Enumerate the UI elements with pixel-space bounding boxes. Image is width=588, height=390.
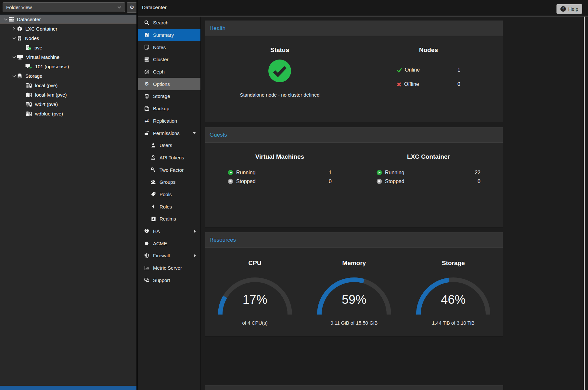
health-panel-header: Health xyxy=(205,20,503,36)
health-panel: Health Status Standalone node - no clust… xyxy=(205,20,503,122)
memory-percent: 59% xyxy=(313,293,396,307)
menu-item-label: Storage xyxy=(153,93,170,99)
menu-item-api-tokens[interactable]: API Tokens xyxy=(138,152,200,164)
vertical-scrollbar[interactable] xyxy=(584,17,585,390)
tree-item-vm-101[interactable]: 101 (opnsense) xyxy=(0,62,136,71)
chevron-down-icon[interactable] xyxy=(3,18,8,21)
tree-item-label: local-lvm (pve) xyxy=(35,92,67,98)
menu-item-label: Cluster xyxy=(153,57,169,62)
menu-item-permissions[interactable]: Permissions xyxy=(138,127,200,139)
top-bar: Folder View ⚙ Datacenter ? Help xyxy=(0,0,588,15)
online-label: Online xyxy=(405,67,420,73)
menu-item-options[interactable]: ⚙ Options xyxy=(138,78,200,90)
menu-item-cluster[interactable]: Cluster xyxy=(138,53,200,66)
view-mode-select[interactable]: Folder View xyxy=(3,2,125,12)
vm-running-value: 1 xyxy=(329,170,332,176)
menu-item-notes[interactable]: Notes xyxy=(138,41,200,53)
menu-item-realms[interactable]: Realms xyxy=(138,213,200,225)
tree-item-datacenter[interactable]: Datacenter xyxy=(0,15,136,24)
user-outline-icon xyxy=(150,155,156,160)
chevron-down-icon[interactable] xyxy=(11,75,17,77)
menu-item-pools[interactable]: Pools xyxy=(138,188,200,201)
tree-item-label: wdblue (pve) xyxy=(35,111,63,116)
cube-icon xyxy=(17,26,22,32)
menu-item-firewall[interactable]: Firewall xyxy=(138,249,200,262)
tree-item-lxc-container[interactable]: LXC Container xyxy=(0,24,136,34)
chevron-down-icon xyxy=(193,132,196,134)
offline-label: Offline xyxy=(404,81,419,87)
chevron-right-icon[interactable] xyxy=(11,27,17,31)
note-icon xyxy=(144,45,149,50)
menu-item-label: API Tokens xyxy=(160,155,184,160)
comments-icon xyxy=(144,277,149,283)
menu-item-two-factor[interactable]: Two Factor xyxy=(138,164,200,176)
menu-item-search[interactable]: Search xyxy=(138,17,200,29)
tree-item-storage[interactable]: Storage xyxy=(0,71,136,81)
menu-item-storage[interactable]: Storage xyxy=(138,90,200,102)
tree-item-storage-local[interactable]: local (pve) xyxy=(0,81,136,90)
x-icon xyxy=(397,82,402,87)
play-circle-icon xyxy=(377,170,382,175)
menu-item-label: Users xyxy=(160,142,172,148)
online-value: 1 xyxy=(457,67,460,73)
lxc-stopped-row: Stopped 0 xyxy=(377,177,480,186)
play-circle-icon xyxy=(228,170,233,175)
resources-title: Resources xyxy=(210,237,236,243)
resources-panel: Resources CPU 17% of 4 CPU(s) Memory xyxy=(205,232,503,337)
menu-item-label: HA xyxy=(153,228,160,234)
guests-panel: Guests Virtual Machines Running 1 xyxy=(205,127,503,228)
certificate-seal-icon xyxy=(144,241,149,246)
bottom-panel-splitter[interactable] xyxy=(0,386,136,390)
menu-item-ha[interactable]: HA xyxy=(138,225,200,237)
help-button[interactable]: ? Help xyxy=(556,4,582,14)
lxc-heading: LXC Container xyxy=(354,153,503,160)
sync-arrows-icon: ⇄ xyxy=(144,118,149,123)
menu-item-support[interactable]: Support xyxy=(138,274,200,286)
storage-volume-icon xyxy=(25,111,32,116)
tree-item-label: pve xyxy=(34,45,42,50)
stop-circle-icon xyxy=(228,179,233,184)
menu-item-metric-server[interactable]: Metric Server xyxy=(138,262,200,274)
server-stack-icon xyxy=(144,57,149,62)
lxc-stopped-value: 0 xyxy=(478,179,480,184)
menu-item-label: Roles xyxy=(160,204,172,209)
resources-panel-header: Resources xyxy=(205,232,503,248)
storage-label: Storage xyxy=(442,260,465,267)
menu-item-users[interactable]: Users xyxy=(138,139,200,152)
menu-item-label: Firewall xyxy=(153,253,170,258)
menu-item-acme[interactable]: ACME xyxy=(138,237,200,249)
storage-volume-icon xyxy=(25,83,32,88)
chevron-down-icon[interactable] xyxy=(11,37,17,40)
tree-item-storage-local-lvm[interactable]: local-lvm (pve) xyxy=(0,90,136,100)
menu-item-label: Options xyxy=(153,81,170,87)
help-label: Help xyxy=(568,6,578,12)
datacenter-menu: Search Summary Notes Cluster Ceph xyxy=(138,17,200,390)
database-icon xyxy=(144,94,149,99)
tree-item-pve[interactable]: pve xyxy=(0,43,136,52)
tree-item-storage-wd2t[interactable]: wd2t (pve) xyxy=(0,100,136,109)
menu-item-label: Permissions xyxy=(153,130,180,136)
memory-detail: 9.11 GiB of 15.50 GiB xyxy=(331,320,378,326)
offline-value: 0 xyxy=(457,81,460,87)
address-book-icon xyxy=(150,216,156,222)
menu-item-replication[interactable]: ⇄ Replication xyxy=(138,115,200,127)
menu-item-roles[interactable]: Roles xyxy=(138,200,200,213)
nodes-offline-row: Offline 0 xyxy=(397,80,460,89)
summary-content: Health Status Standalone node - no clust… xyxy=(200,17,588,390)
status-ok-icon xyxy=(205,59,354,83)
menu-item-label: Support xyxy=(153,277,170,283)
tree-settings-button[interactable]: ⚙ xyxy=(127,2,137,13)
cpu-gauge: CPU 17% of 4 CPU(s) xyxy=(205,260,304,326)
building-icon xyxy=(17,35,22,41)
memory-label: Memory xyxy=(342,260,366,267)
tree-item-storage-wdblue[interactable]: wdblue (pve) xyxy=(0,109,136,118)
menu-item-summary[interactable]: Summary xyxy=(138,29,200,41)
menu-item-ceph[interactable]: Ceph xyxy=(138,66,200,78)
tree-item-nodes[interactable]: Nodes xyxy=(0,34,136,43)
menu-item-backup[interactable]: Backup xyxy=(138,102,200,115)
tree-item-virtual-machine[interactable]: Virtual Machine xyxy=(0,52,136,62)
floppy-icon xyxy=(144,106,149,111)
menu-item-groups[interactable]: Groups xyxy=(138,176,200,188)
menu-item-label: Backup xyxy=(153,106,169,111)
chevron-down-icon[interactable] xyxy=(11,56,17,59)
